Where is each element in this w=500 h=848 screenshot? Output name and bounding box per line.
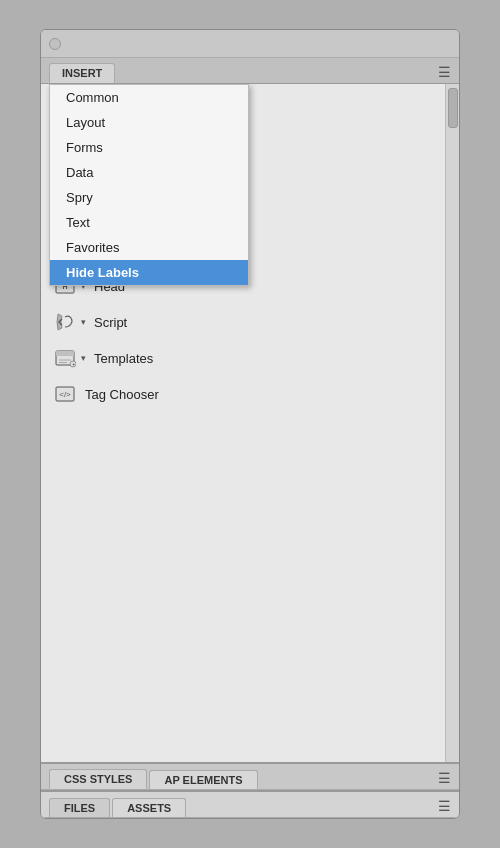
dropdown-item-layout[interactable]: Layout — [50, 110, 248, 135]
tab-ap-elements[interactable]: AP ELEMENTS — [149, 770, 257, 789]
title-bar — [41, 30, 459, 58]
dropdown-item-spry[interactable]: Spry — [50, 185, 248, 210]
templates-arrow: ▾ — [81, 353, 86, 363]
script-label: Script — [94, 315, 127, 330]
main-content: Common Layout Forms Data Spry Text Favor… — [41, 84, 459, 762]
css-ap-tab-bar: CSS STYLES AP ELEMENTS ☰ — [41, 764, 459, 790]
tab-assets[interactable]: ASSETS — [112, 798, 186, 817]
css-panel-options-icon[interactable]: ☰ — [438, 770, 451, 789]
templates-label: Templates — [94, 351, 153, 366]
svg-rect-20 — [56, 351, 74, 356]
dropdown-item-text[interactable]: Text — [50, 210, 248, 235]
list-item-templates[interactable]: ✦ ▾ Templates — [41, 340, 445, 376]
css-styles-panel: CSS STYLES AP ELEMENTS ☰ — [41, 762, 459, 790]
list-item-script[interactable]: ▾ Script — [41, 304, 445, 340]
tab-options-icon[interactable]: ☰ — [438, 64, 451, 83]
script-icon — [53, 310, 77, 334]
dropdown-item-forms[interactable]: Forms — [50, 135, 248, 160]
dropdown-item-hide-labels[interactable]: Hide Labels — [50, 260, 248, 285]
tab-css-styles[interactable]: CSS STYLES — [49, 769, 147, 789]
scrollbar-thumb[interactable] — [448, 88, 458, 128]
tag-chooser-label: Tag Chooser — [85, 387, 159, 402]
traffic-light[interactable] — [49, 38, 61, 50]
dropdown-item-favorites[interactable]: Favorites — [50, 235, 248, 260]
insert-panel: INSERT ☰ Common Layout Forms Data Spry T… — [40, 29, 460, 819]
insert-tab-bar: INSERT ☰ — [41, 58, 459, 84]
files-tab-bar: FILES ASSETS ☰ — [41, 792, 459, 818]
files-panel-options-icon[interactable]: ☰ — [438, 798, 451, 817]
category-dropdown[interactable]: Common Layout Forms Data Spry Text Favor… — [49, 84, 249, 286]
insert-tab[interactable]: INSERT — [49, 63, 115, 83]
tab-files[interactable]: FILES — [49, 798, 110, 817]
templates-icon: ✦ — [53, 346, 77, 370]
dropdown-item-data[interactable]: Data — [50, 160, 248, 185]
tag-chooser-icon: </> — [53, 382, 77, 406]
script-arrow: ▾ — [81, 317, 86, 327]
scrollbar[interactable] — [445, 84, 459, 762]
files-panel: FILES ASSETS ☰ — [41, 790, 459, 818]
list-item-tag-chooser[interactable]: </> Tag Chooser — [41, 376, 445, 412]
svg-text:</>: </> — [59, 390, 71, 399]
title-bar-left — [49, 38, 61, 50]
dropdown-item-common[interactable]: Common — [50, 85, 248, 110]
